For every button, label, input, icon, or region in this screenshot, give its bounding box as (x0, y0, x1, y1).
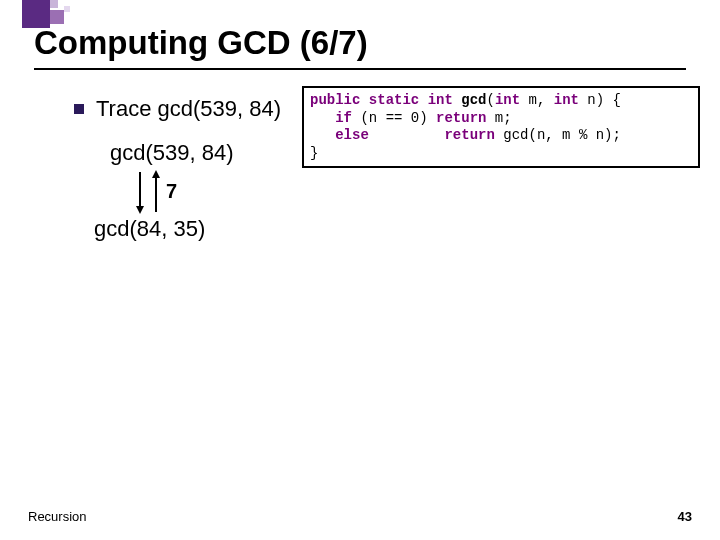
type-int-3: int (554, 92, 579, 108)
svg-marker-3 (152, 170, 160, 178)
ret-m: m; (486, 110, 511, 126)
footer-left: Recursion (28, 509, 87, 524)
kw-if: if (335, 110, 352, 126)
indent-3 (310, 127, 335, 143)
trace-call-2: gcd(84, 35) (94, 216, 205, 242)
trace-call-1: gcd(539, 84) (110, 140, 234, 166)
kw-static: static (369, 92, 419, 108)
code-box: public static int gcd(int m, int n) { if… (302, 86, 700, 168)
fn-name: gcd (461, 92, 486, 108)
kw-return-1: return (436, 110, 486, 126)
indent-2 (310, 110, 335, 126)
trace-return-value: 7 (166, 180, 177, 203)
recursion-arrows-icon (130, 170, 170, 214)
slide-title: Computing GCD (6/7) (34, 24, 368, 62)
svg-marker-1 (136, 206, 144, 214)
title-underline (34, 68, 686, 70)
code-content: public static int gcd(int m, int n) { if… (310, 92, 692, 162)
kw-return-2: return (444, 127, 494, 143)
decor-square-small-2 (64, 6, 70, 12)
decor-square-mid (50, 10, 64, 24)
type-int-1: int (428, 92, 453, 108)
type-int-2: int (495, 92, 520, 108)
bullet-square-icon (74, 104, 84, 114)
spaces-3 (369, 127, 445, 143)
close-brace: } (310, 145, 318, 161)
kw-else: else (335, 127, 369, 143)
footer-page-number: 43 (678, 509, 692, 524)
decor-square-small-1 (50, 0, 58, 8)
kw-public: public (310, 92, 360, 108)
param-m: m, (520, 92, 554, 108)
ret-rec: gcd(n, m % n); (495, 127, 621, 143)
bullet-row: Trace gcd(539, 84) (74, 96, 281, 122)
param-n: n) { (579, 92, 621, 108)
cond-2: (n == 0) (352, 110, 436, 126)
bullet-text: Trace gcd(539, 84) (96, 96, 281, 122)
